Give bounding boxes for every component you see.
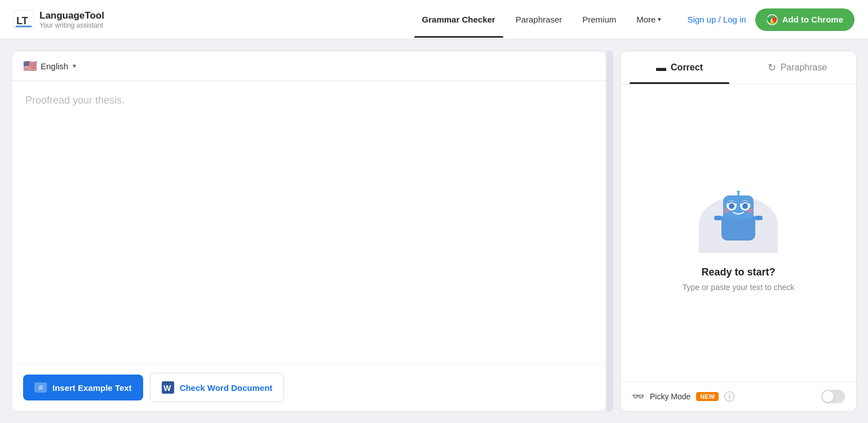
svg-point-13 <box>724 208 729 213</box>
paraphrase-tab-icon: ↻ <box>768 61 776 74</box>
info-icon[interactable]: i <box>724 391 734 402</box>
right-panel-footer: 👓 Picky Mode NEW i <box>621 381 856 411</box>
svg-text:LT: LT <box>16 15 28 26</box>
language-chevron-icon: ▾ <box>73 62 76 70</box>
nav-paraphraser[interactable]: Paraphraser <box>508 10 570 29</box>
insert-example-icon: ≡ <box>34 382 47 393</box>
svg-point-11 <box>729 203 734 209</box>
logo-title: LanguageTool <box>39 10 104 21</box>
logo-area: LT LanguageTool Your writing assistant <box>14 10 104 30</box>
language-flag: 🇺🇸 <box>23 59 37 73</box>
tab-correct[interactable]: ▬ Correct <box>621 51 738 84</box>
text-input[interactable] <box>25 92 592 352</box>
nav-premium[interactable]: Premium <box>574 10 624 29</box>
picky-mode-toggle[interactable] <box>821 390 845 403</box>
picky-mode-label: Picky Mode <box>650 392 690 401</box>
language-label: English <box>41 61 68 71</box>
left-panel: 🇺🇸 English ▾ ≡ Insert Example Text <box>11 51 606 412</box>
insert-example-button[interactable]: ≡ Insert Example Text <box>23 375 143 400</box>
tabs-bar: ▬ Correct ↻ Paraphrase <box>621 51 856 84</box>
svg-rect-18 <box>755 216 763 220</box>
insert-example-label: Insert Example Text <box>52 383 132 393</box>
word-icon: W <box>162 381 174 394</box>
logo-text: LanguageTool Your writing assistant <box>39 10 104 29</box>
language-selector[interactable]: 🇺🇸 English ▾ <box>12 51 606 81</box>
check-word-label: Check Word Document <box>180 383 273 393</box>
robot-svg <box>713 191 764 247</box>
left-panel-wrapper: 🇺🇸 English ▾ ≡ Insert Example Text <box>11 51 613 412</box>
svg-point-12 <box>742 203 748 209</box>
ready-subtitle: Type or paste your text to check <box>683 283 794 292</box>
logo-subtitle: Your writing assistant <box>39 21 104 29</box>
text-area-container <box>12 81 606 363</box>
nav-grammar-checker[interactable]: Grammar Checker <box>414 10 503 29</box>
header: LT LanguageTool Your writing assistant G… <box>0 0 868 39</box>
robot-illustration <box>699 174 778 253</box>
picky-mode-icon: 👓 <box>632 390 644 403</box>
header-actions: Sign up / Log in Add to Chrome <box>687 8 854 31</box>
chevron-down-icon: ▾ <box>658 16 661 23</box>
sign-up-link[interactable]: Sign up / Log in <box>687 15 746 24</box>
chrome-icon <box>767 14 778 25</box>
svg-point-16 <box>737 191 740 193</box>
tab-correct-label: Correct <box>671 63 703 73</box>
right-panel: ▬ Correct ↻ Paraphrase <box>620 51 857 412</box>
add-to-chrome-button[interactable]: Add to Chrome <box>755 8 854 31</box>
add-to-chrome-label: Add to Chrome <box>782 15 843 24</box>
svg-text:W: W <box>163 384 171 393</box>
tab-paraphrase-label: Paraphrase <box>781 63 827 73</box>
logo-icon: LT <box>14 10 34 30</box>
new-badge: NEW <box>696 392 719 401</box>
correct-tab-icon: ▬ <box>656 62 666 74</box>
check-word-button[interactable]: W Check Word Document <box>150 373 285 402</box>
nav-more[interactable]: More ▾ <box>628 10 669 29</box>
svg-point-14 <box>747 208 753 213</box>
right-panel-content: Ready to start? Type or paste your text … <box>621 84 856 381</box>
svg-rect-17 <box>714 216 722 220</box>
tab-paraphrase[interactable]: ↻ Paraphrase <box>738 51 856 84</box>
left-panel-footer: ≡ Insert Example Text W Check Word Docum… <box>12 363 606 411</box>
toggle-thumb <box>822 391 834 402</box>
main-nav: Grammar Checker Paraphraser Premium More… <box>414 10 670 29</box>
main-content: 🇺🇸 English ▾ ≡ Insert Example Text <box>0 39 868 423</box>
panel-divider <box>606 51 613 412</box>
ready-title: Ready to start? <box>701 266 775 278</box>
